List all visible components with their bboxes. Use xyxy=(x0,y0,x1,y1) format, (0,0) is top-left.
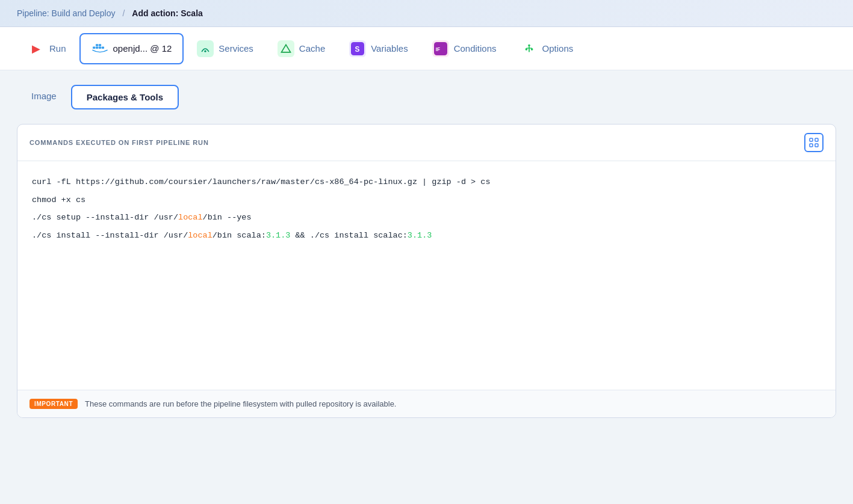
tab-conditions-label: Conditions xyxy=(454,43,497,54)
sub-tab-packages-tools[interactable]: Packages & Tools xyxy=(71,85,179,109)
svg-point-14 xyxy=(528,44,530,46)
tab-options-label: Options xyxy=(542,43,574,54)
svg-rect-3 xyxy=(96,44,98,46)
breadcrumb-pipeline-link[interactable]: Pipeline: Build and Deploy xyxy=(17,8,115,18)
important-badge: IMPORTANT xyxy=(29,399,78,409)
highlight-version-2: 3.1.3 xyxy=(408,231,432,240)
sub-tab-image[interactable]: Image xyxy=(17,85,71,109)
svg-rect-22 xyxy=(815,144,818,147)
sub-tab-image-label: Image xyxy=(31,91,57,101)
expand-icon xyxy=(809,138,819,147)
docker-icon xyxy=(92,40,108,57)
svg-rect-1 xyxy=(96,46,98,49)
sub-tabs: Image Packages & Tools xyxy=(17,85,836,109)
tab-conditions[interactable]: IF Conditions xyxy=(421,34,507,63)
cache-icon xyxy=(278,40,294,57)
highlight-local-1: local xyxy=(178,213,203,222)
highlight-local-2: local xyxy=(188,231,212,240)
sub-tab-packages-tools-label: Packages & Tools xyxy=(87,92,163,102)
svg-rect-20 xyxy=(815,138,818,141)
svg-rect-19 xyxy=(810,138,813,141)
svg-rect-4 xyxy=(98,44,101,46)
command-panel-header: COMMANDS EXECUTED ON FIRST PIPELINE RUN xyxy=(17,124,836,161)
breadcrumb-current-page: Add action: Scala xyxy=(132,8,202,18)
breadcrumb-bar: Pipeline: Build and Deploy / Add action:… xyxy=(0,0,853,27)
svg-rect-21 xyxy=(810,144,813,147)
svg-rect-5 xyxy=(101,46,104,49)
svg-point-7 xyxy=(205,50,206,52)
tab-run-label: Run xyxy=(49,43,66,54)
command-line-1: curl -fL https://github.com/coursier/lau… xyxy=(32,173,821,191)
command-line-2: chmod +x cs xyxy=(32,191,821,209)
svg-text:S: S xyxy=(355,45,360,53)
footer-text: These commands are run before the pipeli… xyxy=(85,399,396,408)
run-icon: ▶ xyxy=(28,40,45,57)
options-icon xyxy=(521,40,538,57)
command-panel-title: COMMANDS EXECUTED ON FIRST PIPELINE RUN xyxy=(29,139,209,146)
highlight-version-1: 3.1.3 xyxy=(266,231,291,240)
tab-services[interactable]: Services xyxy=(186,34,264,63)
variables-icon: S xyxy=(349,40,366,57)
conditions-icon: IF xyxy=(432,40,449,57)
tab-openjd[interactable]: openjd... @ 12 xyxy=(79,33,184,64)
tab-services-label: Services xyxy=(219,43,253,54)
svg-rect-0 xyxy=(93,46,95,49)
services-icon xyxy=(197,40,214,57)
command-footer: IMPORTANT These commands are run before … xyxy=(17,390,836,417)
command-line-4: ./cs install --install-dir /usr/local/bi… xyxy=(32,227,821,245)
nav-tabs-bar: ▶ Run openjd... @ 12 xyxy=(0,27,853,70)
tab-cache-label: Cache xyxy=(299,43,325,54)
tab-cache[interactable]: Cache xyxy=(267,34,336,63)
breadcrumb-separator: / xyxy=(122,8,125,18)
tab-run[interactable]: ▶ Run xyxy=(17,34,77,63)
tab-openjd-label: openjd... @ 12 xyxy=(113,43,172,54)
tab-variables-label: Variables xyxy=(371,43,408,54)
expand-button[interactable] xyxy=(804,133,824,152)
command-panel: COMMANDS EXECUTED ON FIRST PIPELINE RUN … xyxy=(17,124,836,418)
svg-rect-2 xyxy=(98,46,101,49)
command-body: curl -fL https://github.com/coursier/lau… xyxy=(17,161,836,390)
svg-text:IF: IF xyxy=(435,46,439,52)
main-content: Image Packages & Tools COMMANDS EXECUTED… xyxy=(0,70,853,432)
tab-variables[interactable]: S Variables xyxy=(338,34,418,63)
command-line-3: ./cs setup --install-dir /usr/local/bin … xyxy=(32,209,821,227)
tab-options[interactable]: Options xyxy=(510,34,585,63)
